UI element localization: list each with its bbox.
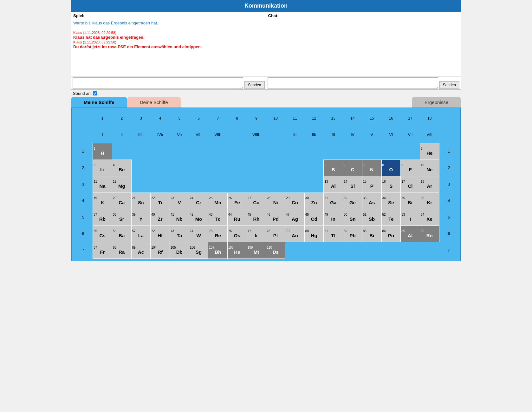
element-cell[interactable]: 3Li bbox=[93, 160, 112, 176]
element-cell[interactable]: 32Ge bbox=[343, 193, 362, 209]
element-cell[interactable]: 89Ac bbox=[131, 242, 151, 258]
element-cell[interactable]: 73Ta bbox=[170, 226, 189, 242]
element-cell[interactable]: 10Ne bbox=[420, 160, 439, 176]
element-cell[interactable]: 87Fr bbox=[93, 242, 112, 258]
element-cell[interactable]: 15P bbox=[362, 176, 381, 193]
element-cell[interactable]: 26Fe bbox=[228, 193, 247, 209]
element-cell[interactable]: 110Ds bbox=[266, 242, 285, 258]
element-cell[interactable]: 11Na bbox=[93, 176, 112, 193]
element-cell[interactable]: 22Ti bbox=[151, 193, 170, 209]
period-label-right: 6 bbox=[439, 226, 458, 242]
element-cell[interactable]: 13Al bbox=[324, 176, 343, 193]
element-cell[interactable]: 29Cu bbox=[285, 193, 305, 209]
element-cell[interactable]: 105Db bbox=[170, 242, 189, 258]
element-cell[interactable]: 43Tc bbox=[208, 209, 228, 226]
subgroup-header: IV bbox=[343, 127, 362, 143]
element-cell[interactable]: 45Rh bbox=[247, 209, 266, 226]
sound-checkbox[interactable] bbox=[93, 91, 97, 95]
element-cell[interactable]: 55Cs bbox=[93, 226, 112, 242]
element-cell[interactable]: 51Sb bbox=[362, 209, 381, 226]
element-cell[interactable]: 9F bbox=[401, 160, 420, 176]
subgroup-header: VII bbox=[401, 127, 420, 143]
element-cell[interactable]: 106Sg bbox=[189, 242, 208, 258]
element-cell[interactable]: 109Mt bbox=[247, 242, 266, 258]
element-cell[interactable]: 23V bbox=[170, 193, 189, 209]
element-cell[interactable]: 77Ir bbox=[247, 226, 266, 242]
element-cell[interactable]: 52Te bbox=[381, 209, 401, 226]
element-cell[interactable]: 56Ba bbox=[112, 226, 131, 242]
element-cell[interactable]: 82Pb bbox=[343, 226, 362, 242]
element-cell[interactable]: 75Re bbox=[208, 226, 228, 242]
element-cell[interactable]: 24Cr bbox=[189, 193, 208, 209]
subgroup-header: Ib bbox=[285, 127, 305, 143]
element-cell[interactable]: 12Mg bbox=[112, 176, 131, 193]
element-cell[interactable]: 84Po bbox=[381, 226, 401, 242]
element-cell[interactable]: 41Nb bbox=[170, 209, 189, 226]
element-cell[interactable]: 27Co bbox=[247, 193, 266, 209]
empty-cell bbox=[131, 160, 151, 176]
element-cell[interactable]: 30Zn bbox=[304, 193, 324, 209]
element-cell[interactable]: 35Br bbox=[401, 193, 420, 209]
element-cell[interactable]: 88Ra bbox=[112, 242, 131, 258]
element-cell[interactable]: 16S bbox=[381, 176, 401, 193]
element-cell[interactable]: 33As bbox=[362, 193, 381, 209]
element-cell[interactable]: 20Ca bbox=[112, 193, 131, 209]
element-cell[interactable]: 48Cd bbox=[304, 209, 324, 226]
element-cell[interactable]: 39Y bbox=[131, 209, 151, 226]
element-cell[interactable]: 34Se bbox=[381, 193, 401, 209]
element-cell[interactable]: 76Os bbox=[228, 226, 247, 242]
chat-send-button[interactable]: Senden bbox=[439, 81, 459, 89]
element-cell[interactable]: 104Rf bbox=[151, 242, 170, 258]
chat-textarea[interactable] bbox=[268, 77, 438, 89]
element-cell[interactable]: 4Be bbox=[112, 160, 131, 176]
empty-cell bbox=[151, 160, 170, 176]
subgroup-header: IVb bbox=[151, 127, 170, 143]
element-cell[interactable]: 40Zr bbox=[151, 209, 170, 226]
empty-cell bbox=[189, 160, 208, 176]
spiel-send-button[interactable]: Senden bbox=[244, 81, 264, 89]
element-cell[interactable]: 78Pt bbox=[266, 226, 285, 242]
element-cell[interactable]: 74W bbox=[189, 226, 208, 242]
empty-cell bbox=[228, 160, 247, 176]
col-header: 18 bbox=[420, 110, 439, 127]
element-cell[interactable]: 72Hf bbox=[151, 226, 170, 242]
element-cell[interactable]: 50Sn bbox=[343, 209, 362, 226]
element-cell[interactable]: 37Rb bbox=[93, 209, 112, 226]
element-cell[interactable]: 81Tl bbox=[324, 226, 343, 242]
element-cell[interactable]: 7N bbox=[362, 160, 381, 176]
element-cell[interactable]: 8O bbox=[381, 160, 401, 176]
element-cell[interactable]: 85At bbox=[401, 226, 420, 242]
element-cell[interactable]: 54Xe bbox=[420, 209, 439, 226]
element-cell[interactable]: 38Sr bbox=[112, 209, 131, 226]
element-cell[interactable]: 28Ni bbox=[266, 193, 285, 209]
element-cell[interactable]: 79Au bbox=[285, 226, 305, 242]
element-cell[interactable]: 1H bbox=[93, 143, 112, 160]
element-cell[interactable]: 53I bbox=[401, 209, 420, 226]
element-cell[interactable]: 2He bbox=[420, 143, 439, 160]
element-cell[interactable]: 5B bbox=[324, 160, 343, 176]
element-cell[interactable]: 21Sc bbox=[131, 193, 151, 209]
element-cell[interactable]: 25Mn bbox=[208, 193, 228, 209]
element-cell[interactable]: 46Pd bbox=[266, 209, 285, 226]
tab-deine-schiffe[interactable]: Deine Schiffe bbox=[127, 97, 181, 108]
element-cell[interactable]: 47Ag bbox=[285, 209, 305, 226]
element-cell[interactable]: 42Mo bbox=[189, 209, 208, 226]
element-cell[interactable]: 6C bbox=[343, 160, 362, 176]
element-cell[interactable]: 31Ga bbox=[324, 193, 343, 209]
element-cell[interactable]: 18Ar bbox=[420, 176, 439, 193]
element-cell[interactable]: 107Bh bbox=[208, 242, 228, 258]
element-cell[interactable]: 108Hs bbox=[228, 242, 247, 258]
spiel-textarea[interactable] bbox=[73, 77, 243, 89]
tab-meine-schiffe[interactable]: Meine Schiffe bbox=[71, 97, 127, 108]
element-cell[interactable]: 17Cl bbox=[401, 176, 420, 193]
element-cell[interactable]: 44Ru bbox=[228, 209, 247, 226]
element-cell[interactable]: 86Rn bbox=[420, 226, 439, 242]
element-cell[interactable]: 36Kr bbox=[420, 193, 439, 209]
element-cell[interactable]: 80Hg bbox=[304, 226, 324, 242]
tab-ergebnisse[interactable]: Ergebnisse bbox=[412, 97, 461, 108]
element-cell[interactable]: 49In bbox=[324, 209, 343, 226]
element-cell[interactable]: 14Si bbox=[343, 176, 362, 193]
element-cell[interactable]: 19K bbox=[93, 193, 112, 209]
element-cell[interactable]: 83Bi bbox=[362, 226, 381, 242]
element-cell[interactable]: 57La bbox=[131, 226, 151, 242]
